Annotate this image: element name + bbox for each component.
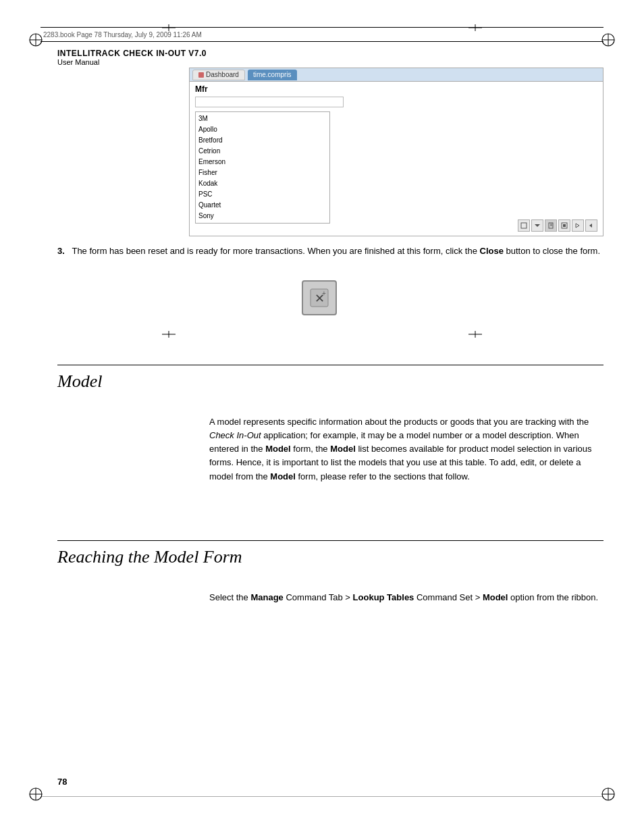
tab-dashboard[interactable]: Dashboard [192,70,245,80]
screenshot-window: Dashboard time.compris Mfr 3M Apollo Bre… [189,68,603,236]
toolbar-btn-6[interactable] [585,219,597,232]
app-title-line2: User Manual [57,58,207,66]
toolbar-btn-5[interactable] [572,219,584,232]
svg-rect-22 [563,224,566,227]
model-body: A model represents specific information … [209,415,602,484]
reaching-divider [57,540,603,541]
svg-marker-17 [535,224,540,227]
close-button-icon: ✕ + [302,280,337,315]
list-item-apollo[interactable]: Apollo [198,124,327,135]
bottom-border [42,796,602,797]
model-heading: Model [57,371,102,392]
header-bar: 2283.book Page 78 Thursday, July 9, 2009… [41,27,603,42]
search-field[interactable] [195,97,344,107]
toolbar-btn-4[interactable] [558,219,570,232]
reaching-body: Select the Manage Command Tab > Lookup T… [209,591,602,604]
list-item-sony[interactable]: Sony [198,211,327,221]
list-item-bretford[interactable]: Bretford [198,135,327,146]
app-title-line1: INTELLITRACK CHECK IN-OUT V7.0 [57,49,207,58]
svg-marker-23 [589,224,592,228]
tab-time-compris[interactable]: time.compris [248,70,297,80]
step3-text: 3. The form has been reset and is ready … [57,244,602,258]
model-divider [57,365,603,365]
list-item-emerson[interactable]: Emerson [198,157,327,167]
list-item-fisher[interactable]: Fisher [198,167,327,178]
svg-text:+: + [322,290,326,297]
step3-body: The form has been reset and is ready for… [72,246,600,256]
step3-block: 3. The form has been reset and is ready … [57,244,602,258]
list-item-3m[interactable]: 3M [198,113,327,124]
page-number: 78 [57,777,67,787]
window-toolbar [518,219,597,232]
list-item-quartet[interactable]: Quartet [198,200,327,211]
step3-number: 3. [57,246,65,256]
window-body: Mfr 3M Apollo Bretford Cetrion Emerson F… [190,82,603,226]
window-title: Mfr [195,84,597,94]
list-area: 3M Apollo Bretford Cetrion Emerson Fishe… [195,111,330,224]
tab-bar: Dashboard time.compris [190,68,603,82]
list-item-psc[interactable]: PSC [198,189,327,200]
app-title-block: INTELLITRACK CHECK IN-OUT V7.0 User Manu… [57,49,207,66]
header-bar-text: 2283.book Page 78 Thursday, July 9, 2009… [43,31,202,38]
toolbar-btn-1[interactable] [518,219,530,232]
svg-rect-16 [521,223,527,228]
toolbar-btn-2[interactable] [531,219,543,232]
list-item-kodak[interactable]: Kodak [198,178,327,189]
list-item-cetrion[interactable]: Cetrion [198,146,327,157]
toolbar-btn-3[interactable] [545,219,557,232]
reaching-heading: Reaching the Model Form [57,547,242,567]
